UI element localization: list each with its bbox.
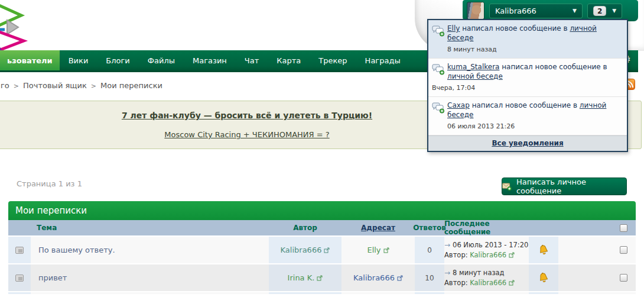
breadcrumb-link-mailbox[interactable]: Почтовый ящик	[23, 81, 87, 90]
last-post-date: 8 минут назад	[453, 269, 504, 277]
page: Kalibra666 ▼ 2 ▼ ьзователи Вики Блоги Фа…	[0, 0, 644, 297]
header-replies: Ответов	[415, 224, 444, 232]
table-row: привет Irina K. Kalibra666 10 →8 минут н…	[8, 264, 636, 292]
recipient-link[interactable]: Kalibra666	[353, 273, 403, 282]
breadcrumb-link[interactable]: го	[1, 81, 9, 90]
chevron-down-icon: ▼	[612, 8, 616, 14]
notifications-footer: Все уведомления	[428, 135, 627, 151]
notification-item[interactable]: Elly написал новое сообщение в личной бе…	[428, 20, 627, 59]
notification-user-link[interactable]: kuma_Stalkera	[447, 63, 499, 71]
replies-count: 10	[425, 274, 434, 282]
nav-item-awards[interactable]: Награды	[356, 50, 409, 70]
row-select-checkbox[interactable]	[620, 274, 627, 282]
mail-plus-icon	[502, 182, 512, 191]
external-link-icon	[324, 247, 330, 253]
notification-action: написал новое сообщение в	[462, 24, 567, 33]
goto-last-post-icon[interactable]: →	[444, 241, 450, 249]
user-bar: Kalibra666 ▼ 2 ▼	[463, 0, 638, 21]
select-all-checkbox[interactable]	[620, 224, 627, 232]
nav-item-chat[interactable]: Чат	[236, 50, 268, 70]
nav-item-wiki[interactable]: Вики	[60, 50, 97, 70]
notifications-dropdown: Elly написал новое сообщение в личной бе…	[427, 19, 628, 152]
notification-time: 8 минут назад	[447, 45, 622, 54]
notification-item[interactable]: Сахар написал новое сообщение в личной б…	[428, 97, 627, 135]
nav-item-map[interactable]: Карта	[268, 50, 310, 70]
chat-bubbles-icon	[432, 24, 447, 54]
breadcrumb: го>Почтовый ящик>Мои переписки	[1, 81, 162, 90]
pagination-label: Страница 1 из 1	[17, 179, 82, 188]
notifications-menu-button[interactable]: 2 ▼	[587, 4, 622, 18]
author-link[interactable]: Kalibra666	[281, 246, 330, 254]
notification-time: Вчера, 17:04	[432, 83, 622, 93]
table-row-partial	[8, 292, 636, 294]
user-avatar[interactable]	[467, 2, 484, 20]
username-menu-button[interactable]: Kalibra666 ▼	[489, 4, 583, 18]
header-recipient-sort-link[interactable]: Адресат	[361, 224, 395, 232]
topic-link[interactable]: привет	[38, 273, 67, 282]
topic-link[interactable]: По вашему ответу.	[38, 246, 115, 254]
goto-last-post-icon[interactable]: →	[444, 269, 450, 277]
recipient-link[interactable]: Elly	[367, 246, 389, 254]
compose-button-label: Написать личное сообщение	[516, 177, 626, 195]
external-link-icon	[509, 280, 515, 286]
row-select-checkbox[interactable]	[620, 246, 627, 254]
external-link-icon	[383, 247, 389, 253]
compose-message-button[interactable]: Написать личное сообщение	[502, 177, 627, 195]
breadcrumb-current: Мои переписки	[100, 81, 162, 90]
nav-item-users[interactable]: ьзователи	[0, 50, 60, 70]
site-logo	[0, 0, 71, 52]
table-header-row: Тема Автор Адресат Ответов Последнее соо…	[8, 220, 636, 237]
notification-user-link[interactable]: Сахар	[447, 101, 470, 109]
bell-icon[interactable]	[536, 271, 551, 285]
author-link[interactable]: Irina K.	[288, 273, 323, 282]
nav-item-tracker[interactable]: Трекер	[310, 50, 356, 70]
conversations-panel: Мои переписки Тема Автор Адресат Ответов…	[8, 201, 636, 294]
header-last-message: Последнее сообщение	[444, 219, 529, 236]
username-label: Kalibra666	[495, 7, 536, 15]
notification-target-link[interactable]: личной беседе	[447, 72, 503, 80]
panel-title: Мои переписки	[8, 201, 636, 220]
table-row: По вашему ответу. Kalibra666 Elly 0 →06 …	[8, 237, 636, 264]
nav-item-blogs[interactable]: Блоги	[97, 50, 138, 70]
external-link-icon	[317, 275, 323, 281]
replies-count: 0	[427, 246, 432, 254]
last-author-link[interactable]: Kalibra666	[470, 251, 515, 259]
notification-action: написал новое сообщение в	[472, 101, 577, 109]
notification-item[interactable]: kuma_Stalkera написал новое сообщение в …	[428, 59, 627, 97]
all-notifications-link[interactable]: Все уведомления	[492, 139, 563, 147]
chat-bubbles-icon	[432, 101, 447, 131]
header-author: Автор	[269, 224, 341, 232]
external-link-icon	[397, 275, 403, 281]
notification-action: написал новое сообщение в	[502, 63, 607, 71]
notification-time: 06 июля 2013 21:26	[447, 122, 622, 131]
last-post-date: 06 Июль 2013 - 17:20	[453, 241, 528, 249]
nav-item-shop[interactable]: Магазин	[184, 50, 236, 70]
notification-count-badge: 2	[593, 6, 606, 16]
breadcrumb-separator: >	[91, 82, 96, 90]
nav-item-files[interactable]: Файлы	[139, 50, 184, 70]
header-topic: Тема	[31, 224, 269, 232]
last-author-link[interactable]: Kalibra666	[470, 279, 515, 287]
chevron-down-icon: ▼	[573, 8, 577, 14]
external-link-icon	[509, 252, 515, 258]
bell-icon[interactable]	[536, 243, 551, 257]
message-status-icon	[15, 247, 24, 254]
breadcrumb-separator: >	[14, 82, 19, 90]
message-status-icon	[15, 275, 24, 282]
notification-user-link[interactable]: Elly	[447, 24, 460, 33]
